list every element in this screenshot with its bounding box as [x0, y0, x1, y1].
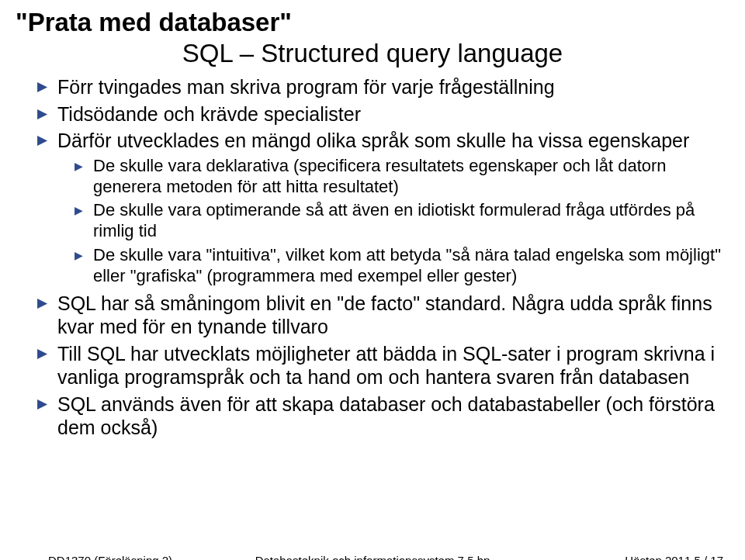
list-item: Tidsödande och krävde specialister [37, 102, 729, 126]
slide-title-2: SQL – Structured query language [16, 37, 729, 69]
list-item: Till SQL har utvecklats möjligheter att … [37, 342, 729, 389]
bullet-text: SQL används även för att skapa databaser… [57, 393, 715, 439]
list-item: De skulle vara optimerande så att även e… [74, 200, 729, 242]
bullet-text: Tidsödande och krävde specialister [57, 103, 361, 125]
list-item: Förr tvingades man skriva program för va… [37, 75, 729, 99]
bullet-list: Förr tvingades man skriva program för va… [16, 75, 729, 439]
bullet-text: Därför utvecklades en mängd olika språk … [57, 130, 689, 151]
bullet-text: SQL har så småningom blivit en "de facto… [57, 292, 712, 338]
list-item: SQL har så småningom blivit en "de facto… [37, 292, 729, 339]
slide-title-1: "Prata med databaser" [16, 8, 729, 37]
sub-list: De skulle vara deklarativa (specificera … [57, 156, 729, 287]
bullet-text: Till SQL har utvecklats möjligheter att … [57, 343, 715, 389]
list-item: De skulle vara deklarativa (specificera … [74, 156, 729, 198]
list-item: SQL används även för att skapa databaser… [37, 392, 729, 440]
footer-right: Hösten 2011 5 / 17 [625, 554, 723, 560]
bullet-text: De skulle vara optimerande så att även e… [93, 200, 695, 240]
bullet-text: Förr tvingades man skriva program för va… [57, 76, 555, 98]
list-item: Därför utvecklades en mängd olika språk … [37, 129, 729, 286]
slide: "Prata med databaser" SQL – Structured q… [0, 0, 745, 560]
list-item: De skulle vara "intuitiva", vilket kom a… [74, 245, 729, 287]
bullet-text: De skulle vara deklarativa (specificera … [93, 156, 667, 196]
bullet-text: De skulle vara "intuitiva", vilket kom a… [93, 245, 721, 285]
